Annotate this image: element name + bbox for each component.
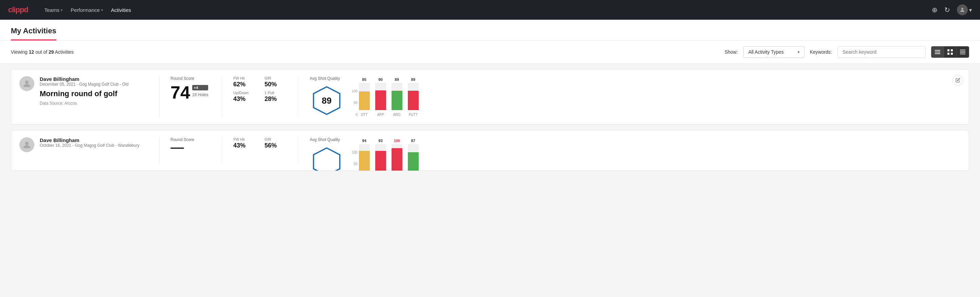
viewing-count-text: Viewing 12 out of 29 Activities [11, 49, 719, 55]
svg-rect-7 [951, 53, 953, 55]
gir-value: 50% [264, 81, 288, 88]
user-date: October 16, 2021 - Gog Magog Golf Club -… [40, 143, 140, 148]
chevron-down-icon: ▾ [101, 8, 103, 12]
activity-card: Dave Billingham December 05, 2021 - Gog … [11, 69, 969, 125]
user-name: Dave Billingham [40, 76, 128, 82]
updown-label: Up/Down [233, 91, 256, 95]
svg-rect-6 [947, 53, 950, 55]
card-left: Dave Billingham October 16, 2021 - Gog M… [19, 137, 148, 152]
view-toggle [931, 46, 969, 58]
compact-view-button[interactable] [956, 46, 969, 57]
updown-value: 43% [233, 96, 256, 103]
header: clippd Teams ▾ Performance ▾ Activities … [0, 0, 980, 20]
search-input[interactable] [837, 46, 926, 58]
filter-bar: Viewing 12 out of 29 Activities Show: Al… [0, 41, 980, 64]
user-date: December 05, 2021 - Gog Magog Golf Club … [40, 82, 128, 87]
bar-arg: 106 ARG [391, 139, 402, 171]
oneputt-stat: 1 Putt 28% [264, 91, 288, 103]
gir-label: GIR [264, 137, 288, 141]
svg-rect-4 [947, 49, 950, 51]
shot-quality-section: Avg Shot Quality 89 100 50 0 [310, 76, 961, 118]
main-nav: Teams ▾ Performance ▾ Activities [45, 6, 131, 14]
list-view-button[interactable] [931, 46, 944, 57]
svg-rect-10 [960, 52, 966, 53]
edit-button[interactable] [953, 75, 963, 86]
bar-app: 93 APP [375, 139, 386, 171]
avatar-chevron-icon: ▾ [969, 7, 972, 13]
logo[interactable]: clippd [8, 5, 28, 14]
stats-grid: FW Hit 43% GIR 56% [233, 137, 288, 149]
user-info: Dave Billingham December 05, 2021 - Gog … [40, 76, 128, 106]
avatar [19, 76, 34, 91]
activity-type-select-wrapper[interactable]: All Activity Types Round Practice [743, 46, 805, 58]
svg-rect-9 [960, 51, 966, 52]
divider [159, 76, 160, 118]
svg-point-12 [25, 81, 29, 84]
round-score-label: Round Score [170, 76, 211, 81]
show-label: Show: [725, 49, 738, 55]
fw-hit-label: FW Hit [233, 76, 256, 80]
shot-quality-section: Avg Shot Quality 100 50 0 94 [310, 137, 961, 171]
svg-point-0 [961, 8, 963, 10]
keywords-label: Keywords: [810, 49, 832, 55]
svg-rect-1 [935, 50, 940, 51]
round-score-section: Round Score [170, 137, 211, 149]
user-name: Dave Billingham [40, 137, 140, 143]
stats-grid: FW Hit 62% GIR 50% Up/Down 43% 1 Putt 28… [233, 76, 288, 103]
avatar [19, 137, 34, 152]
bar-chart: 100 50 0 94 OTT 93 [352, 139, 419, 171]
bar-chart: 100 50 0 85 OTT 90 [352, 77, 419, 117]
bar-ott: 85 OTT [359, 77, 370, 117]
chevron-down-icon: ▾ [61, 8, 62, 12]
fw-hit-value: 43% [233, 142, 256, 149]
hex-score: 89 [322, 96, 332, 106]
nav-activities[interactable]: Activities [111, 6, 131, 14]
bar-putt: 87 PUTT [408, 139, 419, 171]
hexagon-icon [312, 147, 342, 171]
grid-view-button[interactable] [944, 46, 956, 57]
divider [222, 137, 223, 164]
round-score-section: Round Score 74 +4 18 Holes [170, 76, 211, 101]
holes-text: 18 Holes [192, 93, 208, 97]
user-info: Dave Billingham October 16, 2021 - Gog M… [40, 137, 140, 150]
refresh-icon[interactable]: ↻ [944, 6, 950, 14]
fw-hit-stat: FW Hit 62% [233, 76, 256, 88]
oneputt-value: 28% [264, 96, 288, 103]
gir-stat: GIR 56% [264, 137, 288, 149]
nav-performance[interactable]: Performance ▾ [71, 6, 103, 14]
add-icon[interactable]: ⊕ [932, 6, 937, 14]
svg-rect-2 [935, 52, 940, 52]
y-axis: 100 50 0 [352, 89, 358, 117]
avg-shot-label: Avg Shot Quality [310, 76, 344, 81]
activities-list: Dave Billingham December 05, 2021 - Gog … [0, 64, 980, 176]
total-count: 29 [49, 49, 54, 55]
bar-app: 90 APP [375, 77, 386, 117]
divider [159, 137, 160, 164]
header-icons: ⊕ ↻ ▾ [932, 5, 972, 15]
divider [222, 76, 223, 118]
hexagon-container [310, 145, 344, 171]
round-score-label: Round Score [170, 137, 211, 142]
score-display: 74 +4 18 Holes [170, 84, 211, 101]
activity-title: Morning round of golf [40, 89, 128, 98]
score-bar-indicator [170, 147, 184, 149]
avatar-button[interactable]: ▾ [957, 5, 972, 15]
activity-type-select[interactable]: All Activity Types Round Practice [743, 46, 805, 58]
avatar [957, 5, 968, 15]
data-source: Data Source: Arccos [40, 101, 128, 106]
fw-hit-value: 62% [233, 81, 256, 88]
updown-stat: Up/Down 43% [233, 91, 256, 103]
svg-rect-8 [960, 50, 966, 50]
viewing-count: 12 [29, 49, 34, 55]
nav-teams[interactable]: Teams ▾ [45, 6, 62, 14]
bar-ott: 94 OTT [359, 139, 370, 171]
bar-putt: 89 PUTT [408, 77, 419, 117]
score-badge: +4 [192, 85, 208, 90]
avg-shot-label: Avg Shot Quality [310, 137, 344, 142]
gir-label: GIR [264, 76, 288, 80]
y-axis: 100 50 0 [352, 150, 358, 171]
bar-arg: 89 ARG [391, 77, 402, 117]
fw-hit-stat: FW Hit 43% [233, 137, 256, 149]
gir-value: 56% [264, 142, 288, 149]
svg-rect-5 [951, 49, 953, 51]
